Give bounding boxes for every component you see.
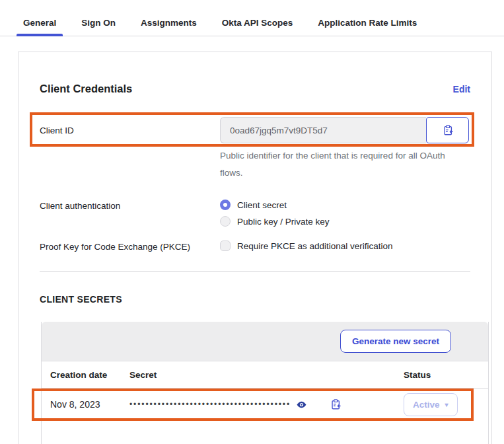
chevron-down-icon: ▾ xyxy=(445,401,449,408)
client-authentication-label: Client authentication xyxy=(40,200,220,211)
section-title-client-credentials: Client Credentials xyxy=(40,83,132,95)
secret-creation-date: Nov 8, 2023 xyxy=(50,399,129,410)
masked-secret-value: •••••••••••••••••••••••••••••••••••••••• xyxy=(129,400,291,409)
client-authentication-row: Client authentication Client secret Publ… xyxy=(40,200,470,227)
pkce-label: Proof Key for Code Exchange (PKCE) xyxy=(40,240,220,252)
client-credentials-card: Client Credentials Edit Client ID xyxy=(18,52,492,444)
client-secrets-table: Generate new secret Creation date Secret… xyxy=(41,322,489,444)
pkce-option[interactable]: Require PKCE as additional verification xyxy=(220,240,470,251)
radio-selected-icon[interactable] xyxy=(220,200,231,210)
column-header-status: Status xyxy=(404,370,488,380)
secrets-actions-bar: Generate new secret xyxy=(42,322,488,361)
secret-value-cell: •••••••••••••••••••••••••••••••••••••••• xyxy=(129,397,404,412)
clipboard-copy-icon xyxy=(330,398,342,410)
tab-application-rate-limits[interactable]: Application Rate Limits xyxy=(316,14,418,36)
table-row: Nov 8, 2023 ••••••••••••••••••••••••••••… xyxy=(42,388,488,420)
edit-link[interactable]: Edit xyxy=(453,84,470,94)
client-id-row: Client ID Public identifi xyxy=(40,117,470,181)
client-id-control: Public identifier for the client that is… xyxy=(220,117,470,181)
tab-sign-on[interactable]: Sign On xyxy=(80,14,117,36)
client-id-label: Client ID xyxy=(40,117,220,135)
column-header-creation-date: Creation date xyxy=(50,370,129,380)
radio-unselected-icon[interactable] xyxy=(220,216,231,227)
client-id-input-group xyxy=(220,117,469,143)
option-public-private-key-label: Public key / Private key xyxy=(237,217,330,227)
app-tab-bar: General Sign On Assignments Okta API Sco… xyxy=(0,0,504,36)
option-client-secret-label: Client secret xyxy=(237,200,287,210)
tab-general[interactable]: General xyxy=(22,14,57,36)
status-badge: Active xyxy=(413,400,440,410)
copy-client-id-button[interactable] xyxy=(426,117,469,143)
copy-secret-button[interactable] xyxy=(328,397,343,412)
client-authentication-options: Client secret Public key / Private key xyxy=(220,200,470,227)
card-header: Client Credentials Edit xyxy=(40,83,470,95)
clipboard-copy-icon xyxy=(442,124,454,136)
option-client-secret[interactable]: Client secret xyxy=(220,200,470,210)
status-dropdown-button[interactable]: Active ▾ xyxy=(404,393,458,416)
pkce-row: Proof Key for Code Exchange (PKCE) Requi… xyxy=(40,240,470,252)
tab-assignments[interactable]: Assignments xyxy=(139,14,198,36)
checkbox-unchecked-icon[interactable] xyxy=(220,240,231,251)
client-id-input[interactable] xyxy=(220,117,426,143)
tab-okta-api-scopes[interactable]: Okta API Scopes xyxy=(221,14,295,36)
reveal-secret-button[interactable] xyxy=(295,398,308,412)
pkce-option-label: Require PKCE as additional verification xyxy=(237,241,393,251)
column-header-secret: Secret xyxy=(129,370,404,380)
section-title-client-secrets: CLIENT SECRETS xyxy=(40,294,470,305)
client-id-help-text: Public identifier for the client that is… xyxy=(220,147,452,181)
option-public-private-key[interactable]: Public key / Private key xyxy=(220,216,470,227)
section-divider xyxy=(40,271,470,272)
eye-icon xyxy=(296,399,307,410)
secrets-table-header: Creation date Secret Status xyxy=(42,361,488,388)
secret-status-cell: Active ▾ xyxy=(404,393,488,416)
generate-new-secret-button[interactable]: Generate new secret xyxy=(340,330,451,353)
